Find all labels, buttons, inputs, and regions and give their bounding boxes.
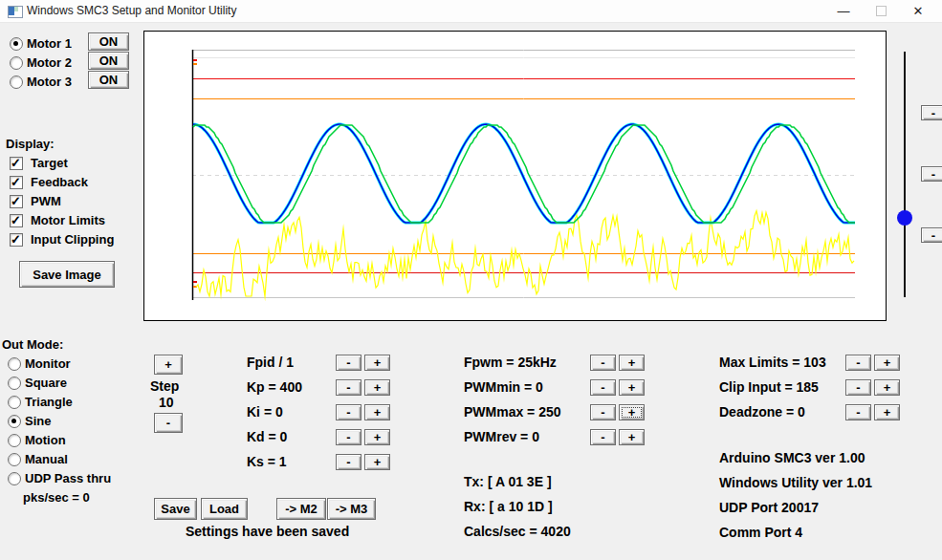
out-mode-manual-label: Manual: [25, 452, 68, 466]
load-button[interactable]: Load: [201, 498, 248, 520]
waveform-plot: [144, 32, 884, 318]
comm-port: Comm Port 4: [719, 525, 802, 540]
right-minus-button-3[interactable]: -: [921, 227, 942, 243]
ki-label: Ki = 0: [247, 404, 283, 420]
out-mode-manual-radio[interactable]: [8, 453, 21, 466]
pwm-checkbox-label: PWM: [31, 194, 61, 208]
motor1-radio[interactable]: [10, 37, 23, 51]
deadzone-label: Deadzone = 0: [719, 404, 805, 420]
feedback-checkbox-label: Feedback: [31, 175, 88, 189]
motor3-radio[interactable]: [10, 75, 23, 89]
pwmmin-plus-button[interactable]: +: [619, 379, 645, 396]
kd-plus-button[interactable]: +: [364, 429, 390, 445]
pwmmax-label: PWMmax = 250: [464, 404, 561, 420]
udp-port: UDP Port 20017: [719, 500, 819, 515]
pwm-checkbox[interactable]: [10, 195, 23, 208]
out-mode-motion-radio[interactable]: [8, 434, 21, 447]
clip-input-minus-button[interactable]: -: [845, 379, 871, 396]
fpid-plus-button[interactable]: +: [364, 355, 390, 371]
ks-minus-button[interactable]: -: [336, 454, 361, 470]
fpwm-label: Fpwm = 25kHz: [464, 355, 557, 370]
motor2-radio[interactable]: [10, 56, 23, 70]
fpid-label: Fpid / 1: [247, 355, 294, 370]
kd-minus-button[interactable]: -: [336, 429, 361, 445]
right-minus-button-2[interactable]: -: [921, 166, 942, 182]
pwmrev-label: PWMrev = 0: [464, 429, 539, 444]
step-plus-button[interactable]: +: [154, 355, 183, 375]
max-limits-minus-button[interactable]: -: [845, 355, 871, 371]
close-button[interactable]: ✕: [903, 0, 933, 22]
kp-label: Kp = 400: [247, 379, 302, 395]
fpwm-minus-button[interactable]: -: [590, 355, 616, 371]
pwmmax-plus-button[interactable]: +: [619, 404, 645, 420]
maximize-button: [865, 0, 896, 22]
input-clipping-checkbox[interactable]: [10, 233, 23, 247]
scale-slider-thumb[interactable]: [897, 210, 912, 226]
clip-input-label: Clip Input = 185: [719, 379, 819, 395]
out-mode-triangle-radio[interactable]: [8, 396, 21, 409]
motor3-on-button[interactable]: ON: [88, 71, 129, 89]
out-mode-udp-label: UDP Pass thru: [25, 471, 111, 485]
kp-minus-button[interactable]: -: [336, 379, 361, 396]
out-mode-square-radio[interactable]: [8, 377, 21, 390]
pwmmin-minus-button[interactable]: -: [590, 379, 616, 396]
motor3-label: Motor 3: [27, 75, 72, 89]
out-mode-monitor-radio[interactable]: [8, 357, 21, 371]
ki-plus-button[interactable]: +: [364, 404, 390, 420]
copy-to-m2-button[interactable]: -> M2: [276, 498, 326, 520]
pwmmax-minus-button[interactable]: -: [590, 404, 616, 420]
pks-per-sec-value: pks/sec = 0: [23, 490, 90, 505]
deadzone-plus-button[interactable]: +: [874, 404, 900, 420]
clip-input-plus-button[interactable]: +: [874, 379, 900, 396]
pwmmin-label: PWMmin = 0: [464, 379, 543, 395]
out-mode-udp-radio[interactable]: [8, 472, 21, 485]
save-button[interactable]: Save: [154, 498, 197, 520]
pwmrev-plus-button[interactable]: +: [619, 429, 645, 445]
right-minus-button-1[interactable]: -: [921, 105, 942, 120]
step-value: 10: [159, 395, 174, 410]
status-message: Settings have been saved: [186, 524, 349, 539]
ks-plus-button[interactable]: +: [364, 454, 390, 470]
step-minus-button[interactable]: -: [154, 413, 183, 433]
minimize-button[interactable]: —: [828, 0, 859, 22]
out-mode-sine-radio[interactable]: [8, 415, 21, 428]
out-mode-sine-label: Sine: [25, 414, 51, 428]
out-mode-triangle-label: Triangle: [25, 395, 73, 409]
step-label: Step: [150, 378, 179, 394]
save-image-button[interactable]: Save Image: [19, 261, 115, 288]
motor2-on-button[interactable]: ON: [88, 52, 129, 70]
out-mode-motion-label: Motion: [25, 433, 66, 447]
ki-minus-button[interactable]: -: [336, 404, 361, 420]
pwmrev-minus-button[interactable]: -: [590, 429, 616, 445]
maximize-icon: [876, 6, 887, 16]
arduino-version: Arduino SMC3 ver 1.00: [719, 450, 865, 465]
rx-value: Rx: [ a 10 1D ]: [464, 499, 553, 514]
input-clipping-checkbox-label: Input Clipping: [31, 232, 114, 247]
out-mode-heading: Out Mode:: [2, 337, 63, 352]
kp-plus-button[interactable]: +: [364, 379, 390, 396]
copy-to-m3-button[interactable]: -> M3: [327, 498, 376, 520]
max-limits-label: Max Limits = 103: [719, 355, 826, 370]
motor-limits-checkbox[interactable]: [10, 214, 23, 227]
title-bar: Windows SMC3 Setup and Monitor Utility —…: [0, 0, 942, 23]
target-checkbox-label: Target: [31, 156, 68, 170]
fpwm-plus-button[interactable]: +: [619, 355, 645, 371]
utility-version: Windows Utility ver 1.01: [719, 475, 872, 490]
out-mode-monitor-label: Monitor: [25, 356, 71, 371]
feedback-checkbox[interactable]: [10, 176, 23, 189]
fpid-minus-button[interactable]: -: [336, 355, 361, 371]
target-checkbox[interactable]: [10, 157, 23, 170]
scale-slider-track[interactable]: [904, 52, 906, 297]
motor-limits-checkbox-label: Motor Limits: [31, 213, 105, 227]
kd-label: Kd = 0: [247, 429, 287, 444]
ks-label: Ks = 1: [247, 454, 287, 469]
display-heading: Display:: [6, 137, 55, 151]
window-title: Windows SMC3 Setup and Monitor Utility: [27, 0, 236, 22]
motor2-label: Motor 2: [27, 55, 72, 70]
out-mode-square-label: Square: [25, 376, 67, 390]
app-window: Windows SMC3 Setup and Monitor Utility —…: [0, 0, 942, 560]
motor1-on-button[interactable]: ON: [88, 32, 129, 51]
max-limits-plus-button[interactable]: +: [874, 355, 900, 371]
waveform-chart: [143, 31, 887, 321]
deadzone-minus-button[interactable]: -: [845, 404, 871, 420]
